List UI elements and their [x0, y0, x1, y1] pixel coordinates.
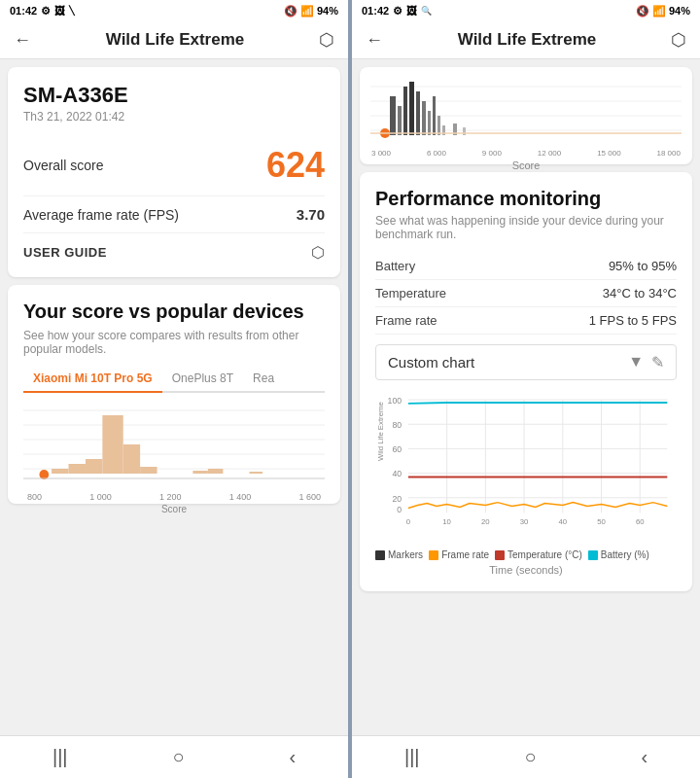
right-back-button[interactable]: ← [366, 30, 383, 51]
device-tabs: Xiaomi Mi 10T Pro 5G OnePlus 8T Rea [23, 366, 325, 393]
tab-rea[interactable]: Rea [243, 366, 284, 391]
vs-subtitle: See how your score compares with results… [23, 329, 325, 356]
legend-battery-dot [588, 550, 598, 560]
right-share-button[interactable]: ⬡ [671, 29, 686, 51]
svg-text:Wild Life Extreme: Wild Life Extreme [376, 402, 385, 461]
right-nav-home[interactable]: ○ [524, 746, 536, 768]
legend-markers-dot [375, 550, 385, 560]
tick-1600: 1 600 [298, 492, 321, 502]
line-chart-container: 100 80 60 40 20 0 Wild Life Extreme [375, 388, 677, 544]
tab-oneplus[interactable]: OnePlus 8T [162, 366, 243, 391]
svg-text:20: 20 [392, 494, 402, 504]
left-nav-header: ← Wild Life Extreme ⬡ [0, 21, 348, 59]
svg-text:10: 10 [442, 517, 451, 526]
svg-text:80: 80 [392, 420, 402, 430]
svg-rect-13 [250, 472, 263, 474]
svg-rect-27 [433, 96, 436, 135]
left-battery-text: 94% [317, 5, 338, 17]
mini-x-ticks: 3 000 6 000 9 000 12 000 15 000 18 000 [369, 149, 682, 158]
svg-rect-5 [52, 469, 68, 474]
svg-rect-8 [102, 415, 122, 474]
left-extra-icon: ╲ [69, 6, 74, 16]
svg-rect-10 [140, 467, 157, 474]
left-share-button[interactable]: ⬡ [319, 29, 334, 51]
left-mute-icon: 🔇 [284, 5, 298, 18]
perf-subtitle: See what was happening inside your devic… [375, 214, 677, 241]
right-settings-icon: ⚙ [393, 5, 402, 18]
mini-tick-6000: 6 000 [427, 149, 446, 158]
chart-legend: Markers Frame rate Temperature (°C) Batt… [375, 549, 677, 560]
custom-chart-icons: ▼ ✎ [628, 353, 664, 371]
mini-tick-15000: 15 000 [597, 149, 620, 158]
legend-markers-label: Markers [388, 549, 423, 560]
perf-monitoring-card: Performance monitoring See what was happ… [360, 172, 692, 591]
user-guide-share-icon: ⬡ [311, 243, 325, 262]
right-nav-recent[interactable]: ||| [404, 746, 420, 768]
histogram-x-label: Score [23, 504, 325, 514]
left-back-button[interactable]: ← [14, 30, 31, 51]
left-bottom-nav: ||| ○ ‹ [0, 735, 348, 778]
svg-rect-22 [403, 87, 407, 135]
device-info-card: SM-A336E Th3 21, 2022 01:42 Overall scor… [8, 67, 340, 277]
legend-temperature-label: Temperature (°C) [508, 549, 582, 560]
left-time: 01:42 [10, 5, 37, 17]
frame-rate-row: Frame rate 1 FPS to 5 FPS [375, 307, 677, 335]
left-status-bar: 01:42 ⚙ 🖼 ╲ 🔇 📶 94% [0, 0, 348, 21]
temperature-row: Temperature 34°C to 34°C [375, 280, 677, 307]
mini-tick-9000: 9 000 [482, 149, 502, 158]
mini-histogram-chart: 3 000 6 000 9 000 12 000 15 000 18 000 S… [369, 77, 682, 155]
left-nav-home[interactable]: ○ [172, 746, 184, 768]
edit-icon: ✎ [651, 353, 664, 371]
right-nav-back[interactable]: ‹ [641, 746, 648, 768]
legend-framerate-label: Frame rate [441, 549, 489, 560]
battery-key: Battery [375, 259, 415, 273]
left-settings-icon: ⚙ [41, 5, 51, 18]
svg-rect-26 [428, 111, 431, 135]
right-page-title: Wild Life Extreme [393, 30, 661, 50]
svg-rect-28 [438, 116, 440, 135]
histogram-x-ticks: 800 1 000 1 200 1 400 1 600 [23, 492, 325, 502]
custom-chart-label: Custom chart [388, 354, 474, 371]
custom-chart-dropdown[interactable]: Custom chart ▼ ✎ [375, 344, 677, 380]
left-nav-back[interactable]: ‹ [289, 746, 296, 768]
tick-1000: 1 000 [89, 492, 112, 502]
overall-score-row: Overall score 624 [23, 135, 325, 196]
right-content: 3 000 6 000 9 000 12 000 15 000 18 000 S… [352, 59, 700, 735]
legend-temperature-dot [495, 550, 505, 560]
svg-rect-23 [409, 82, 414, 135]
svg-rect-7 [86, 459, 102, 474]
right-search-icon: 🔍 [421, 6, 432, 16]
left-content: SM-A336E Th3 21, 2022 01:42 Overall scor… [0, 59, 348, 735]
user-guide-label: USER GUIDE [23, 245, 107, 260]
vs-devices-card: Your score vs popular devices See how yo… [8, 285, 340, 504]
svg-text:20: 20 [481, 517, 490, 526]
right-status-bar: 01:42 ⚙ 🖼 🔍 🔇 📶 94% [352, 0, 700, 21]
mini-histogram-svg [369, 77, 682, 145]
legend-markers: Markers [375, 549, 423, 560]
tick-1400: 1 400 [229, 492, 252, 502]
mini-tick-18000: 18 000 [656, 149, 680, 158]
svg-rect-11 [192, 471, 208, 474]
right-image-icon: 🖼 [406, 5, 417, 17]
right-mute-icon: 🔇 [636, 5, 649, 18]
tick-1200: 1 200 [159, 492, 182, 502]
svg-rect-6 [69, 464, 86, 474]
overall-score-label: Overall score [23, 158, 103, 173]
vs-title: Your score vs popular devices [23, 301, 325, 323]
avg-frame-rate-row: Average frame rate (FPS) 3.70 [23, 196, 325, 233]
temperature-key: Temperature [375, 286, 446, 301]
left-phone-panel: 01:42 ⚙ 🖼 ╲ 🔇 📶 94% ← Wild Life Extreme … [0, 0, 348, 778]
svg-text:30: 30 [520, 517, 529, 526]
right-nav-header: ← Wild Life Extreme ⬡ [352, 21, 700, 59]
svg-rect-9 [123, 444, 140, 474]
legend-framerate-dot [429, 550, 438, 560]
left-wifi-icon: 📶 [300, 5, 314, 18]
tab-xiaomi[interactable]: Xiaomi Mi 10T Pro 5G [23, 366, 162, 393]
left-nav-recent[interactable]: ||| [52, 746, 68, 768]
battery-val: 95% to 95% [609, 259, 677, 273]
right-bottom-nav: ||| ○ ‹ [352, 735, 700, 778]
mini-histogram-card: 3 000 6 000 9 000 12 000 15 000 18 000 S… [360, 67, 692, 164]
legend-battery-label: Battery (%) [601, 549, 649, 560]
user-guide-row[interactable]: USER GUIDE ⬡ [23, 233, 325, 262]
right-phone-panel: 01:42 ⚙ 🖼 🔍 🔇 📶 94% ← Wild Life Extreme … [352, 0, 700, 778]
